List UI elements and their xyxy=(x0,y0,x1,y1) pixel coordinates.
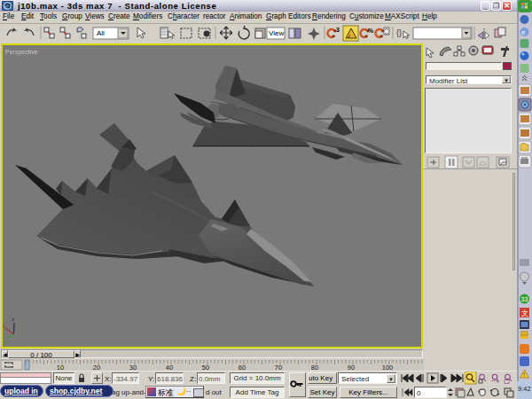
svg-text:70: 70 xyxy=(275,364,282,371)
svg-text:z: z xyxy=(12,317,15,322)
svg-text:9:42: 9:42 xyxy=(518,385,531,393)
svg-text:文: 文 xyxy=(521,309,528,317)
svg-text:%: % xyxy=(368,27,374,34)
svg-text:40: 40 xyxy=(166,364,173,371)
svg-text:20: 20 xyxy=(93,364,100,371)
svg-text:y: y xyxy=(4,340,7,345)
svg-text:10: 10 xyxy=(57,364,64,371)
svg-text:3: 3 xyxy=(336,27,340,33)
svg-text:View: View xyxy=(269,29,284,37)
svg-text:All: All xyxy=(97,29,105,37)
svg-text:100: 100 xyxy=(382,364,394,371)
svg-text:e: e xyxy=(521,28,526,36)
svg-text:33: 33 xyxy=(521,296,528,302)
svg-text:Perspective: Perspective xyxy=(5,49,38,56)
svg-text:{}: {} xyxy=(396,28,402,37)
svg-text:90: 90 xyxy=(348,364,355,371)
svg-text:30: 30 xyxy=(129,364,137,371)
svg-text:60: 60 xyxy=(239,364,246,371)
svg-text:50: 50 xyxy=(202,364,209,371)
svg-text:!: ! xyxy=(523,372,525,378)
svg-text:80: 80 xyxy=(311,364,318,371)
svg-text:x: x xyxy=(3,323,4,328)
